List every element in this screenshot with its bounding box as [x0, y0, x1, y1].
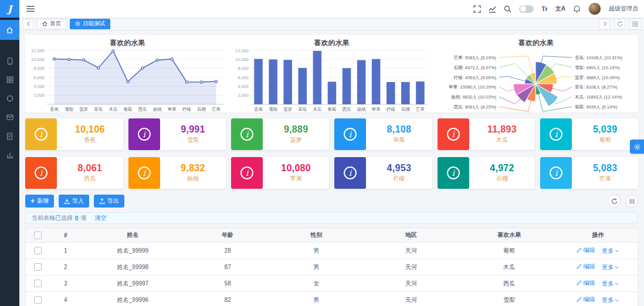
- svg-text:10,000: 10,000: [31, 57, 45, 62]
- cell-gender: 男: [270, 247, 362, 255]
- sidebar-item-devices[interactable]: [0, 52, 19, 70]
- theme-toggle-switch[interactable]: [519, 5, 534, 13]
- stat-value: 4,972: [490, 163, 514, 174]
- tablet-icon: [6, 57, 13, 65]
- theme-settings-button[interactable]: [630, 140, 644, 154]
- select-all-checkbox[interactable]: [26, 232, 50, 239]
- svg-text:香蕉: 香蕉: [50, 107, 59, 112]
- stat-card-body: 10,106香蕉: [57, 118, 123, 150]
- stat-value: 9,889: [284, 124, 309, 135]
- line-chart: 2,0004,0006,0008,00010,00012,000香蕉雪梨菠萝草莓…: [27, 47, 228, 113]
- left-sidebar: [0, 18, 19, 306]
- menu-toggle-button[interactable]: [26, 5, 35, 12]
- bar-chart-icon: [6, 151, 13, 158]
- clear-selection-button[interactable]: 清空: [95, 214, 107, 222]
- text-size-button[interactable]: Tr: [541, 5, 547, 12]
- app-logo[interactable]: J: [0, 0, 19, 18]
- svg-text:10,000: 10,000: [235, 57, 249, 62]
- column-settings-button[interactable]: [625, 195, 638, 208]
- apps-grid-icon: [6, 76, 13, 83]
- row-index: 1: [50, 247, 81, 254]
- svg-text:苹果: 苹果: [167, 107, 177, 112]
- info-icon: i: [25, 157, 57, 189]
- stat-label: 石榴: [496, 175, 508, 183]
- toolbar-right-controls: [608, 195, 638, 208]
- add-button[interactable]: + 新增: [25, 195, 54, 208]
- sidebar-item-mail[interactable]: [0, 108, 19, 127]
- table-refresh-button[interactable]: [608, 195, 621, 208]
- export-button[interactable]: 导出: [94, 195, 124, 208]
- tab-scroll-left-button[interactable]: [23, 19, 33, 29]
- alert-text: 当前表格已选择: [32, 214, 73, 222]
- chevron-down-icon: [615, 266, 619, 269]
- edit-button[interactable]: 编辑: [577, 246, 595, 254]
- import-button[interactable]: 导入: [59, 195, 89, 208]
- tabs-bar: 首页 功能测试: [19, 18, 644, 30]
- svg-text:菠萝: 菠萝: [79, 107, 89, 112]
- edit-button[interactable]: 编辑: [577, 295, 595, 304]
- cell-gender: 男: [270, 263, 362, 271]
- stat-label: 杨桃: [187, 175, 199, 183]
- export-button-label: 导出: [107, 197, 119, 205]
- sidebar-item-reports[interactable]: [0, 145, 19, 164]
- sidebar-item-docs[interactable]: [0, 127, 19, 145]
- svg-text:芒果: 芒果: [416, 107, 425, 112]
- translate-button[interactable]: 文A: [555, 5, 565, 13]
- chart-menu-button[interactable]: [489, 5, 496, 13]
- pencil-icon: [577, 264, 582, 269]
- stat-card: i11,893木瓜: [438, 118, 535, 150]
- header-actions: Tr 文A 超级管理员: [473, 2, 644, 15]
- chevron-down-icon: [615, 283, 619, 285]
- edit-button[interactable]: 编辑: [577, 279, 595, 287]
- stat-card: i5,039葡萄: [540, 118, 638, 150]
- svg-text:苹果: 10080人 (10.29%): 苹果: 10080人 (10.29%): [449, 84, 497, 90]
- stat-value: 10,080: [281, 163, 311, 174]
- tab-scroll-right-button[interactable]: [599, 19, 610, 29]
- more-button[interactable]: 更多: [602, 263, 619, 271]
- svg-text:柠檬: 柠檬: [387, 107, 396, 112]
- layout-grid-button[interactable]: [630, 19, 640, 29]
- row-checkbox[interactable]: [26, 280, 50, 287]
- stat-card-body: 8,061西瓜: [57, 157, 123, 189]
- row-checkbox[interactable]: [26, 247, 50, 254]
- sidebar-item-console[interactable]: [0, 89, 19, 108]
- row-checkbox[interactable]: [26, 296, 50, 304]
- sidebar-item-home[interactable]: [0, 20, 19, 40]
- bell-icon: [573, 5, 581, 13]
- more-button[interactable]: 更多: [602, 280, 619, 288]
- more-button[interactable]: 更多: [602, 296, 619, 304]
- table-row: 2姓名_9999887男天河木瓜编辑更多: [26, 259, 638, 276]
- tab-function-test[interactable]: 功能测试: [70, 19, 110, 29]
- tabs-refresh-button[interactable]: [615, 19, 625, 29]
- user-avatar[interactable]: [588, 2, 601, 15]
- svg-text:8,000: 8,000: [238, 66, 249, 71]
- alert-suffix: 项: [81, 214, 87, 222]
- stat-value: 5,083: [593, 163, 618, 174]
- row-index: 3: [50, 280, 81, 287]
- svg-text:4,000: 4,000: [238, 84, 249, 89]
- fullscreen-button[interactable]: [473, 5, 481, 13]
- stat-card: i9,832杨桃: [128, 157, 226, 189]
- cell-fruit: 西瓜: [460, 280, 558, 288]
- row-index: 4: [50, 297, 81, 303]
- edit-button[interactable]: 编辑: [577, 263, 595, 271]
- fullscreen-icon: [473, 5, 481, 13]
- notifications-button[interactable]: [573, 5, 581, 13]
- search-button[interactable]: [504, 5, 511, 13]
- cell-fruit: 木瓜: [460, 263, 558, 271]
- row-checkbox[interactable]: [26, 263, 50, 271]
- chevron-left-icon: [26, 21, 30, 26]
- sidebar-item-apps[interactable]: [0, 70, 19, 89]
- tab-home[interactable]: 首页: [37, 19, 66, 29]
- svg-text:杨桃: 杨桃: [152, 107, 162, 112]
- gear-icon: [633, 143, 641, 151]
- svg-text:西瓜: 8061人 (8.23%): 西瓜: 8061人 (8.23%): [454, 104, 497, 110]
- refresh-icon: [617, 21, 623, 27]
- data-table: #姓名年龄性别地区喜欢水果操作 1姓名_9999928男天河葡萄编辑更多2姓名_…: [25, 227, 638, 306]
- svg-text:葡萄: 葡萄: [327, 107, 337, 112]
- svg-text:芒果: 芒果: [212, 107, 221, 112]
- more-button[interactable]: 更多: [602, 247, 619, 255]
- cell-age: 87: [185, 264, 270, 270]
- cell-fruit: 雪梨: [460, 296, 558, 304]
- user-name[interactable]: 超级管理员: [609, 5, 638, 13]
